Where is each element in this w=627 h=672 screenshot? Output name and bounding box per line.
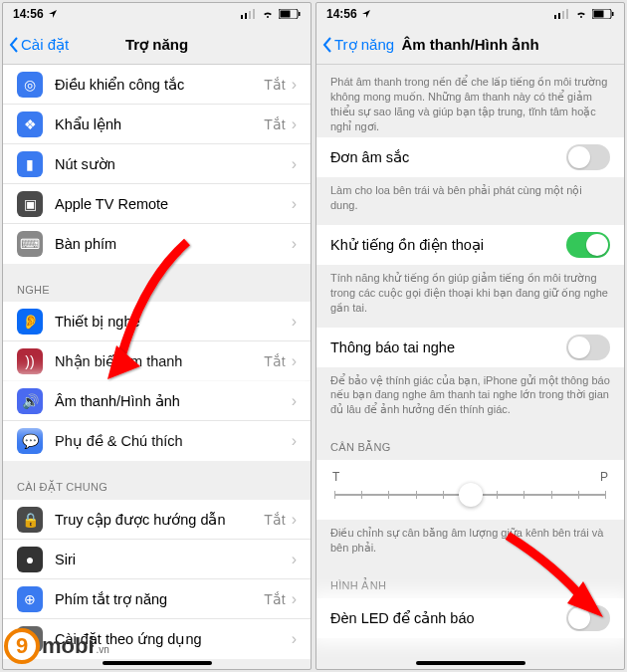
subtitle-icon: 💬 <box>17 428 43 454</box>
row-sound-recog[interactable]: ))Nhận biết âm thanhTắt› <box>3 341 311 381</box>
balance-slider[interactable] <box>334 494 606 496</box>
section-header-nghe: NGHE <box>3 264 311 302</box>
group-nghe: 👂Thiết bị nghe› ))Nhận biết âm thanhTắt›… <box>3 302 311 461</box>
svg-rect-10 <box>566 9 568 19</box>
page-title: Trợ năng <box>125 36 188 54</box>
noise-footer: Tính năng khử tiếng ồn giúp giảm tiếng ồ… <box>316 265 624 320</box>
svg-rect-12 <box>594 11 604 18</box>
noise-toggle[interactable] <box>566 232 610 258</box>
svg-rect-3 <box>253 9 255 19</box>
home-indicator[interactable] <box>103 661 212 665</box>
phone-left: 14:56 Cài đặt Trợ năng ◎Điều khiển công … <box>2 2 312 670</box>
headphone-toggle[interactable] <box>566 335 610 360</box>
row-siri[interactable]: ●Siri› <box>3 540 311 579</box>
group-noise: Khử tiếng ồn điện thoại <box>316 225 624 265</box>
chevron-right-icon: › <box>292 76 297 94</box>
svg-rect-7 <box>554 15 556 19</box>
row-voice-control[interactable]: ❖Khẩu lệnhTắt› <box>3 105 311 144</box>
row-label: Apple TV Remote <box>55 196 292 212</box>
scroll-content[interactable]: ◎Điều khiển công tắcTắt› ❖Khẩu lệnhTắt› … <box>3 65 311 669</box>
keyboard-icon: ⌨ <box>17 231 43 257</box>
logo-suffix: .vn <box>97 644 109 655</box>
voice-icon: ❖ <box>17 112 43 137</box>
location-icon <box>48 9 58 19</box>
svg-rect-1 <box>245 13 247 19</box>
row-label: Bàn phím <box>55 236 292 252</box>
slider-thumb[interactable] <box>459 483 483 507</box>
row-side-button[interactable]: ▮Nút sườn› <box>3 144 311 184</box>
chevron-right-icon: › <box>292 551 297 568</box>
balance-right-label: P <box>600 470 608 484</box>
chevron-right-icon: › <box>292 392 297 410</box>
chevron-right-icon: › <box>292 313 297 331</box>
row-appletv[interactable]: ▣Apple TV Remote› <box>3 184 311 224</box>
scroll-content[interactable]: Phát âm thanh trong nền để che lấp tiếng… <box>316 65 624 669</box>
back-label: Trợ năng <box>334 36 394 54</box>
row-mono[interactable]: Đơn âm sắc <box>316 137 624 177</box>
row-detail: Tắt <box>264 77 285 93</box>
chevron-right-icon: › <box>292 590 297 608</box>
row-guided-access[interactable]: 🔒Truy cập được hướng dẫnTắt› <box>3 500 311 540</box>
sound-icon: )) <box>17 348 43 374</box>
signal-icon <box>554 9 570 19</box>
location-icon <box>361 9 371 19</box>
guided-icon: 🔒 <box>17 507 43 533</box>
back-button[interactable]: Cài đặt <box>9 36 69 54</box>
row-audio-visual[interactable]: 🔊Âm thanh/Hình ảnh› <box>3 381 311 421</box>
row-label: Đơn âm sắc <box>330 149 566 165</box>
row-label: Nút sườn <box>55 156 292 172</box>
watermark-logo: 9 mobi .vn <box>4 628 109 664</box>
nav-bar: Cài đặt Trợ năng <box>3 25 311 65</box>
row-detail: Tắt <box>264 591 285 607</box>
row-led[interactable]: Đèn LED để cảnh báo <box>316 598 624 638</box>
row-subtitles[interactable]: 💬Phụ đề & Chú thích› <box>3 421 311 461</box>
intro-text: Phát âm thanh trong nền để che lấp tiếng… <box>316 65 624 137</box>
section-header-chung: CÀI ĐẶT CHUNG <box>3 461 311 500</box>
mono-toggle[interactable] <box>566 144 610 170</box>
home-indicator[interactable] <box>416 661 525 665</box>
mono-footer: Làm cho loa bên trái và bên phải phát cù… <box>316 177 624 217</box>
headphone-footer: Để bảo vệ thính giác của bạn, iPhone gửi… <box>316 367 624 422</box>
shortcut-icon: ⊕ <box>17 586 43 612</box>
row-headphone[interactable]: Thông báo tai nghe <box>316 328 624 367</box>
logo-nine: 9 <box>4 628 40 664</box>
phone-right: 14:56 Trợ năng Âm thanh/Hình ảnh Phát âm… <box>315 2 625 670</box>
balance-footer: Điều chỉnh sự cân bằng âm lượng giữa kên… <box>316 520 624 560</box>
battery-icon <box>592 9 614 19</box>
chevron-left-icon <box>322 37 332 53</box>
row-label: Thông báo tai nghe <box>330 339 566 355</box>
switch-icon: ◎ <box>17 72 43 98</box>
svg-rect-13 <box>612 12 614 16</box>
svg-rect-8 <box>558 13 560 19</box>
svg-rect-5 <box>281 11 291 18</box>
led-toggle[interactable] <box>566 605 610 631</box>
row-shortcut[interactable]: ⊕Phím tắt trợ năngTắt› <box>3 579 311 619</box>
ear-icon: 👂 <box>17 309 43 335</box>
statusbar: 14:56 <box>3 3 311 25</box>
row-label: Phím tắt trợ năng <box>55 591 264 607</box>
page-title: Âm thanh/Hình ảnh <box>401 36 538 54</box>
back-button[interactable]: Trợ năng <box>322 36 394 54</box>
chevron-right-icon: › <box>292 432 297 450</box>
group-top: ◎Điều khiển công tắcTắt› ❖Khẩu lệnhTắt› … <box>3 65 311 264</box>
hinhanh-header: HÌNH ẢNH <box>316 560 624 598</box>
row-label: Đèn LED để cảnh báo <box>330 610 566 626</box>
group-mono: Đơn âm sắc <box>316 137 624 177</box>
row-label: Thiết bị nghe <box>55 314 292 330</box>
row-label: Khử tiếng ồn điện thoại <box>330 237 566 253</box>
row-label: Phụ đề & Chú thích <box>55 433 292 449</box>
side-icon: ▮ <box>17 151 43 177</box>
row-label: Khẩu lệnh <box>55 116 264 132</box>
battery-icon <box>279 9 301 19</box>
row-noise[interactable]: Khử tiếng ồn điện thoại <box>316 225 624 265</box>
balance-left-label: T <box>332 470 339 484</box>
row-switch-control[interactable]: ◎Điều khiển công tắcTắt› <box>3 65 311 105</box>
row-hearing-devices[interactable]: 👂Thiết bị nghe› <box>3 302 311 341</box>
svg-rect-2 <box>249 11 251 19</box>
statusbar: 14:56 <box>316 3 624 25</box>
chevron-right-icon: › <box>292 115 297 133</box>
row-detail: Tắt <box>264 512 285 528</box>
row-detail: Tắt <box>264 116 285 132</box>
row-keyboards[interactable]: ⌨Bàn phím› <box>3 224 311 264</box>
row-label: Truy cập được hướng dẫn <box>55 512 264 528</box>
